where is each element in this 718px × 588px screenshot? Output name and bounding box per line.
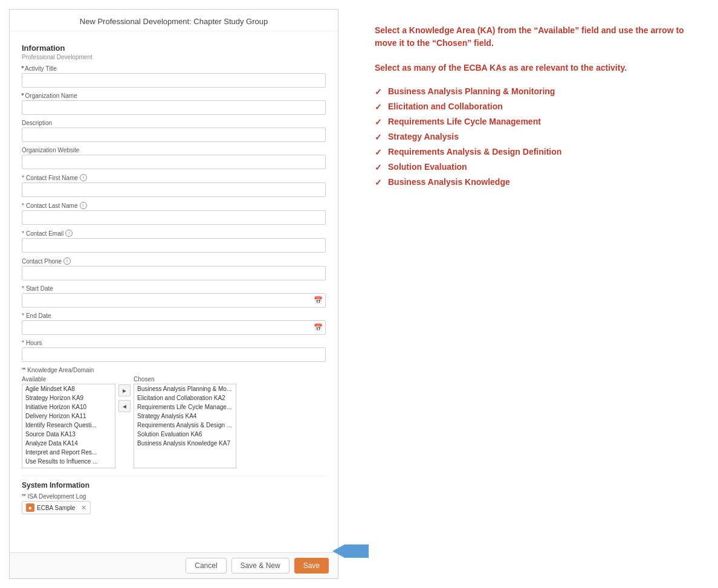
checklist-item: ✓Solution Evaluation	[375, 162, 694, 172]
available-list-item[interactable]: Identify Research Questi...	[22, 421, 115, 430]
checklist-item: ✓Elicitation and Collaboration	[375, 102, 694, 112]
start-date-calendar-icon[interactable]: 📅	[314, 296, 323, 305]
chosen-list-item[interactable]: Business Analysis Knowledge KA7	[134, 439, 236, 448]
end-date-input[interactable]	[22, 320, 326, 335]
isa-tag-icon: ■	[26, 503, 34, 512]
checklist-item-text: Requirements Life Cycle Management	[388, 117, 541, 126]
available-list-item[interactable]: Use Results to Influence ...	[22, 457, 115, 466]
checklist-item: ✓Strategy Analysis	[375, 132, 694, 142]
contact-last-name-input[interactable]	[22, 210, 326, 225]
hours-group: * Hours	[22, 340, 326, 362]
chosen-list-item[interactable]: Requirements Analysis & Design ...	[134, 421, 236, 430]
left-arrow-shape	[332, 544, 369, 558]
contact-last-name-group: * Contact Last Name i	[22, 202, 326, 225]
check-mark-icon: ✓	[375, 132, 382, 142]
contact-email-info-icon[interactable]: i	[65, 230, 73, 237]
start-date-label: * Start Date	[22, 285, 326, 292]
chosen-list-item[interactable]: Elicitation and Collaboration KA2	[134, 393, 236, 402]
end-date-group: * End Date 📅	[22, 312, 326, 335]
checklist-item-text: Strategy Analysis	[388, 132, 459, 141]
organization-website-group: Organization Website	[22, 147, 326, 169]
arrow-indicator	[332, 544, 369, 558]
activity-title-input[interactable]	[22, 73, 326, 88]
available-list-item[interactable]: Initiative Horizon KA10	[22, 402, 115, 412]
organization-name-group: * * Organization Name	[22, 92, 326, 115]
checklist: ✓Business Analysis Planning & Monitoring…	[375, 86, 694, 187]
available-list-item[interactable]: Guide Company level Str...	[22, 466, 115, 468]
available-label: Available	[22, 376, 115, 383]
end-date-calendar-icon[interactable]: 📅	[314, 323, 323, 332]
available-list-item[interactable]: Strategy Horizon KA9	[22, 393, 115, 402]
organization-name-label: * * Organization Name	[22, 92, 326, 99]
check-mark-icon: ✓	[375, 178, 382, 187]
contact-phone-input[interactable]	[22, 266, 326, 280]
instruction-para2: Select as many of the ECBA KAs as are re…	[375, 62, 694, 74]
knowledge-area-label: * * Knowledge Area/Domain	[22, 367, 326, 373]
instruction-para1: Select a Knowledge Area (KA) from the “A…	[375, 24, 694, 50]
ka-arrow-buttons: ► ◄	[115, 384, 134, 412]
isa-tag-text: ECBA Sample	[37, 505, 75, 511]
chosen-label: Chosen	[134, 376, 236, 383]
contact-first-name-info-icon[interactable]: i	[80, 174, 87, 181]
save-new-button[interactable]: Save & New	[231, 558, 289, 573]
description-label: Description	[22, 120, 326, 126]
contact-phone-label: Contact Phone i	[22, 257, 326, 265]
isa-dev-log-group: * * ISA Development Log ■ ECBA Sample ✕	[22, 493, 326, 514]
form-title: New Professional Development: Chapter St…	[10, 10, 338, 31]
organization-website-label: Organization Website	[22, 147, 326, 153]
end-date-label: * End Date	[22, 312, 326, 319]
contact-first-name-input[interactable]	[22, 183, 326, 197]
description-group: Description	[22, 120, 326, 142]
contact-email-label: * Contact Email i	[22, 230, 326, 237]
available-list-item[interactable]: Interpret and Report Res...	[22, 448, 115, 457]
organization-name-input[interactable]	[22, 100, 326, 115]
available-list-item[interactable]: Agile Mindset KA8	[22, 384, 115, 393]
start-date-input[interactable]	[22, 293, 326, 308]
organization-website-input[interactable]	[22, 155, 326, 169]
isa-tag[interactable]: ■ ECBA Sample ✕	[22, 501, 91, 514]
chosen-list-item[interactable]: Strategy Analysis KA4	[134, 412, 236, 421]
activity-title-group: * * Activity Title	[22, 65, 326, 88]
move-right-button[interactable]: ►	[118, 384, 131, 396]
contact-phone-group: Contact Phone i	[22, 257, 326, 280]
save-button[interactable]: Save	[294, 558, 329, 573]
contact-phone-info-icon[interactable]: i	[63, 257, 71, 265]
cancel-button[interactable]: Cancel	[186, 558, 226, 573]
checklist-item-text: Solution Evaluation	[388, 162, 467, 172]
contact-email-input[interactable]	[22, 238, 326, 253]
chosen-list-item[interactable]: Requirements Life Cycle Manage...	[134, 402, 236, 412]
chosen-listbox[interactable]: Business Analysis Planning & Mo...Elicit…	[134, 384, 236, 468]
isa-tag-close-icon[interactable]: ✕	[81, 504, 86, 512]
checklist-item-text: Business Analysis Knowledge	[388, 177, 510, 187]
right-panel: Select a Knowledge Area (KA) from the “A…	[338, 0, 718, 588]
available-list-item[interactable]: Analyze Data KA14	[22, 439, 115, 448]
form-footer: Cancel Save & New Save	[10, 552, 338, 578]
move-left-button[interactable]: ◄	[118, 400, 131, 412]
checklist-item: ✓Requirements Analysis & Design Definiti…	[375, 147, 694, 157]
description-input[interactable]	[22, 128, 326, 142]
available-list-item[interactable]: Delivery Horizon KA11	[22, 412, 115, 421]
contact-first-name-group: * Contact First Name i	[22, 174, 326, 197]
contact-email-group: * Contact Email i	[22, 230, 326, 253]
check-mark-icon: ✓	[375, 163, 382, 172]
available-list-item[interactable]: Source Data KA13	[22, 430, 115, 439]
contact-first-name-label: * Contact First Name i	[22, 174, 326, 181]
start-date-group: * Start Date 📅	[22, 285, 326, 308]
hours-input[interactable]	[22, 347, 326, 362]
check-mark-icon: ✓	[375, 147, 382, 157]
checklist-item-text: Requirements Analysis & Design Definitio…	[388, 147, 561, 157]
check-mark-icon: ✓	[375, 102, 382, 112]
checklist-item-text: Elicitation and Collaboration	[388, 102, 503, 111]
contact-last-name-info-icon[interactable]: i	[80, 202, 87, 209]
knowledge-area-group: * * Knowledge Area/Domain Available Agil…	[22, 367, 326, 468]
chosen-list-item[interactable]: Solution Evaluation KA6	[134, 430, 236, 439]
checklist-item: ✓Business Analysis Planning & Monitoring	[375, 86, 694, 97]
isa-dev-log-label: * * ISA Development Log	[22, 493, 326, 500]
section-info-sub: Professional Development	[22, 54, 326, 60]
check-mark-icon: ✓	[375, 87, 382, 97]
available-listbox[interactable]: Agile Mindset KA8Strategy Horizon KA9Ini…	[22, 384, 115, 468]
checklist-item: ✓Requirements Life Cycle Management	[375, 117, 694, 127]
hours-label: * Hours	[22, 340, 326, 346]
chosen-list-item[interactable]: Business Analysis Planning & Mo...	[134, 384, 236, 393]
system-info-label: System Information	[22, 481, 326, 489]
